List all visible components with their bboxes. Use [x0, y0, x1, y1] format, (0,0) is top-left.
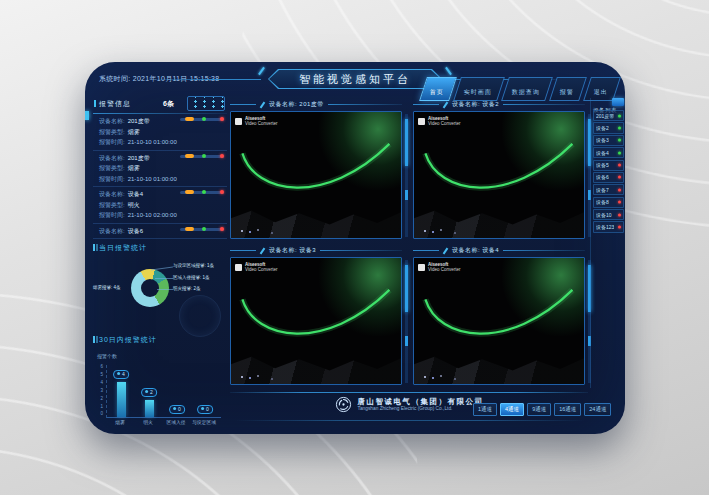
bottom-frame-line	[235, 420, 585, 421]
scene-lights	[424, 230, 426, 232]
alarm-list-item[interactable]: 设备名称:201皮带 报警类型:烟雾 报警时间:21-10-10 01:00:0…	[93, 151, 227, 188]
laser-arc	[419, 125, 579, 220]
video-panel-1[interactable]: 设备名称: 201皮带 AiseesoftVideo Converter	[230, 98, 402, 239]
monthly-alarm-barchart: 报警个数 0123456 4 2 0 0 烟雾明火区域入侵与设定区域	[93, 351, 227, 434]
device-list-item[interactable]: 设备5	[593, 160, 624, 171]
legend-flame: 明火报警: 2条	[173, 286, 227, 292]
today-stats-title: 当日报警统计	[99, 243, 227, 253]
device-name-label: 设备名称:	[99, 118, 125, 124]
channel-layout-buttons: 1通道 4通道 9通道 16通道 24通道	[473, 403, 611, 416]
channel-16-button[interactable]: 16通道	[554, 403, 581, 416]
slash-decoration	[258, 67, 265, 76]
device-list-item[interactable]: 设备7	[593, 184, 624, 195]
video-panel-title: 设备名称: 设备4	[452, 246, 499, 255]
device-name-label: 设备名称:	[99, 191, 125, 197]
bar-column: 4	[107, 365, 135, 417]
alarm-count-badge: 6条	[163, 99, 174, 109]
legend-leader-line	[155, 278, 173, 279]
video-frame[interactable]: AiseesoftVideo Converter	[230, 257, 402, 385]
device-status-dot	[618, 188, 621, 191]
laser-arc	[236, 271, 396, 366]
device-list-item[interactable]: 设备123	[593, 221, 624, 232]
bar-value: 0	[169, 405, 185, 414]
channel-4-button[interactable]: 4通道	[500, 403, 524, 416]
scene-lights	[241, 230, 243, 232]
video-frame[interactable]: AiseesoftVideo Converter	[413, 257, 585, 385]
alarm-time-label: 报警时间:	[99, 212, 125, 218]
y-axis-label: 报警个数	[97, 353, 117, 359]
video-panel-title: 设备名称: 设备3	[269, 246, 316, 255]
video-panel-3[interactable]: 设备名称: 设备3 AiseesoftVideo Converter	[230, 244, 402, 385]
bar-value: 0	[197, 405, 213, 414]
alarm-time-value: 21-10-10 01:00:00	[128, 139, 177, 145]
alarm-type-value: 明火	[128, 202, 140, 208]
alarm-time-label: 报警时间:	[99, 139, 125, 145]
video-panel-title: 设备名称: 201皮带	[269, 100, 324, 109]
device-list-tab-button[interactable]	[612, 98, 624, 106]
device-status-dot	[618, 201, 621, 204]
alarm-level-slider[interactable]	[180, 155, 224, 158]
video-frame[interactable]: AiseesoftVideo Converter	[413, 111, 585, 239]
alarm-panel-title: 报警信息	[99, 99, 131, 109]
alarm-level-slider[interactable]	[180, 118, 224, 121]
dashboard: 系统时间: 2021年10月11日 15:15:38 智能视觉感知平台 首页 实…	[85, 62, 625, 434]
y-axis-ticks: 0123456	[95, 365, 103, 417]
legend-leader-line	[157, 289, 173, 290]
scene-lights	[241, 376, 243, 378]
channel-9-button[interactable]: 9通道	[527, 403, 551, 416]
device-list-item[interactable]: 设备3	[593, 135, 624, 146]
company-name-cn: 唐山智诚电气（集团）有限公司	[358, 397, 484, 406]
device-name-label: 设备名称:	[99, 155, 125, 161]
slash-decoration	[260, 101, 266, 108]
laser-arc	[236, 125, 396, 220]
alarm-sidebar: 报警信息 6条 设备名称:201皮带 报警类型:烟雾 报警时间:21-10-10…	[93, 98, 227, 424]
device-status-dot	[618, 176, 621, 179]
video-grid: 设备名称: 201皮带 AiseesoftVideo Converter 设备名…	[230, 98, 588, 388]
alarm-type-value: 烟雾	[128, 165, 140, 171]
device-status-dot	[618, 213, 621, 216]
donut-hole	[141, 279, 159, 297]
bar-fill	[145, 400, 154, 417]
alarm-time-value: 21-10-10 02:00:00	[128, 212, 177, 218]
alarm-list-item-partial[interactable]: 设备名称:设备6	[93, 224, 227, 240]
channel-24-button[interactable]: 24通道	[584, 403, 611, 416]
alarm-type-value: 烟雾	[128, 129, 140, 135]
watermark: AiseesoftVideo Converter	[418, 116, 460, 126]
alarm-type-label: 报警类型:	[99, 165, 125, 171]
alarm-list-item[interactable]: 设备名称:设备4 报警类型:明火 报警时间:21-10-10 02:00:00	[93, 187, 227, 224]
alarm-type-label: 报警类型:	[99, 202, 125, 208]
bar-column: 2	[135, 365, 163, 417]
device-status-dot	[618, 126, 621, 129]
video-scrollbar[interactable]	[405, 260, 408, 383]
video-frame[interactable]: AiseesoftVideo Converter	[230, 111, 402, 239]
monthly-stats-title: 30日内报警统计	[99, 335, 227, 345]
bar-fill	[117, 382, 126, 417]
network-decoration-icon	[187, 96, 225, 111]
alarm-level-slider[interactable]	[180, 228, 224, 231]
page-background: 系统时间: 2021年10月11日 15:15:38 智能视觉感知平台 首页 实…	[0, 0, 709, 495]
alarm-time-label: 报警时间:	[99, 176, 125, 182]
slash-decoration	[260, 247, 266, 254]
alarm-level-slider[interactable]	[180, 191, 224, 194]
alarm-list-item[interactable]: 设备名称:201皮带 报警类型:烟雾 报警时间:21-10-10 01:00:0…	[93, 114, 227, 151]
channel-1-button[interactable]: 1通道	[473, 403, 497, 416]
scene-lights	[424, 376, 426, 378]
device-list-item[interactable]: 201皮带	[593, 110, 624, 121]
device-list-item[interactable]: 设备4	[593, 147, 624, 158]
donut-chart	[131, 269, 169, 307]
page-title: 智能视觉感知平台	[299, 72, 411, 87]
watermark-logo-icon	[418, 118, 425, 125]
device-name-label: 设备名称:	[99, 228, 125, 234]
video-panel-4[interactable]: 设备名称: 设备4 AiseesoftVideo Converter	[413, 244, 585, 385]
device-name-value: 设备6	[128, 228, 143, 234]
video-scrollbar[interactable]	[405, 114, 408, 237]
watermark-logo-icon	[235, 118, 242, 125]
laser-arc	[419, 271, 579, 366]
watermark: AiseesoftVideo Converter	[235, 262, 277, 272]
video-panel-2[interactable]: 设备名称: 设备2 AiseesoftVideo Converter	[413, 98, 585, 239]
device-list-item[interactable]: 设备8	[593, 197, 624, 208]
device-list-item[interactable]: 设备6	[593, 172, 624, 183]
device-list-item[interactable]: 设备2	[593, 122, 624, 133]
device-list-item[interactable]: 设备10	[593, 209, 624, 220]
slash-decoration	[443, 247, 449, 254]
